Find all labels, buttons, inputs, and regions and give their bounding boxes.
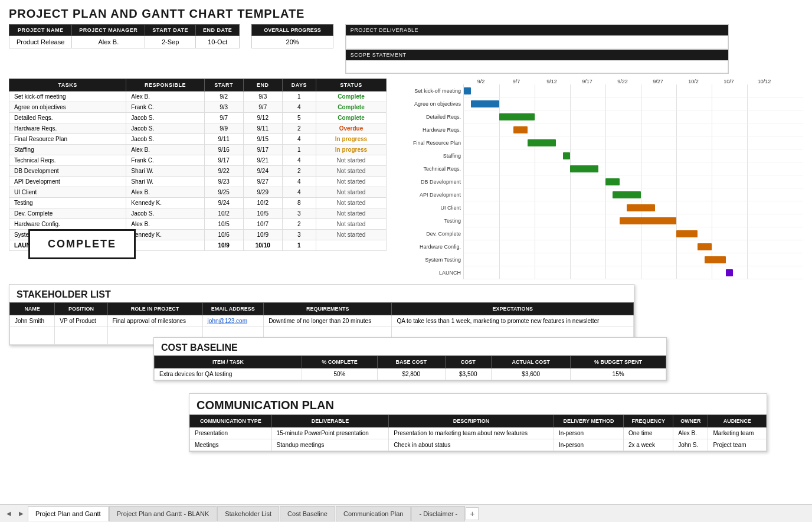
- task-responsible: Shari W.: [126, 166, 204, 177]
- tab-disclaimer[interactable]: - Disclaimer -: [411, 506, 465, 521]
- add-tab-button[interactable]: +: [466, 507, 479, 520]
- task-days: 3: [282, 208, 316, 219]
- gantt-bar: [705, 256, 726, 263]
- title-bar: PROJECT PLAN AND GANTT CHART TEMPLATE: [0, 0, 812, 24]
- cp-col-description: DESCRIPTION: [389, 415, 554, 428]
- task-name: Testing: [9, 198, 126, 208]
- task-days: 4: [282, 102, 316, 113]
- task-status: Not started: [316, 155, 386, 166]
- col-days: DAYS: [282, 79, 316, 92]
- gantt-date-0: 9/2: [463, 79, 499, 84]
- task-status: In progress: [316, 145, 386, 155]
- gantt-bar: [513, 126, 528, 133]
- gantt-bar: [627, 204, 655, 211]
- gantt-bar-row: [464, 123, 803, 136]
- scope-header: SCOPE STATEMENT: [346, 50, 728, 60]
- sh-email[interactable]: john@123.com: [202, 315, 264, 327]
- task-status: Not started: [316, 198, 386, 208]
- tab-right-arrow[interactable]: ▶: [15, 508, 27, 520]
- overall-progress-header: OVERALL PROGRESS: [252, 25, 333, 36]
- col-start: START: [204, 79, 243, 92]
- task-start: 9/23: [204, 177, 243, 187]
- tab-left-arrow[interactable]: ◀: [3, 508, 15, 520]
- task-responsible: Frank C.: [126, 155, 204, 166]
- overall-progress-value: 20%: [252, 36, 333, 48]
- gantt-date-7: 10/7: [711, 79, 746, 84]
- task-row: API Development Shari W. 9/23 9/27 4 Not…: [9, 177, 387, 187]
- task-responsible: Jacob S.: [126, 208, 204, 219]
- gantt-bar: [570, 165, 598, 172]
- sh-position: VP of Product: [55, 315, 107, 327]
- cb-actual: $3,600: [492, 368, 571, 380]
- cb-item: Extra devices for QA testing: [155, 368, 302, 380]
- gantt-bar: [464, 87, 471, 94]
- task-days: 8: [282, 198, 316, 208]
- tab-stakeholder-list[interactable]: Stakeholder List: [217, 506, 279, 521]
- task-row: Dev. Complete Jacob S. 10/2 10/5 3 Not s…: [9, 208, 387, 219]
- task-start: 10/2: [204, 208, 243, 219]
- gantt-date-6: 10/2: [676, 79, 711, 84]
- task-start: 10/5: [204, 219, 243, 230]
- task-end: 10/5: [243, 208, 282, 219]
- tab-project-plan-gantt[interactable]: Project Plan and Gantt: [28, 506, 109, 521]
- tab-communication-plan[interactable]: Communication Plan: [336, 506, 411, 521]
- gantt-bar: [698, 243, 712, 250]
- gantt-date-headers: 9/2 9/7 9/12 9/17 9/22 9/27 10/2 10/7 10…: [463, 79, 803, 84]
- cp-col-deliverable: DELIVERABLE: [271, 415, 389, 428]
- cp-col-owner: OWNER: [673, 415, 708, 428]
- gantt-bar-row: [464, 175, 803, 188]
- comm-plan-title: COMMUNICATION PLAN: [189, 394, 767, 415]
- gantt-label-row: Hardware Reqs.: [392, 123, 463, 136]
- task-start: 9/2: [204, 92, 243, 102]
- task-row: Set kick-off meeting Alex B. 9/2 9/3 1 C…: [9, 92, 387, 102]
- task-status: Not started: [316, 208, 386, 219]
- cp-owner-1: John S.: [673, 439, 708, 451]
- gantt-section: 9/2 9/7 9/12 9/17 9/22 9/27 10/2 10/7 10…: [392, 79, 803, 279]
- cp-type-0: Presentation: [190, 428, 272, 439]
- cb-col-base: BASE COST: [377, 356, 445, 368]
- cost-baseline-table: ITEM / TASK % COMPLETE BASE COST COST AC…: [154, 355, 666, 380]
- gantt-bar: [563, 152, 570, 159]
- task-responsible: Jacob S.: [126, 123, 204, 134]
- task-days: 4: [282, 155, 316, 166]
- tab-bar: ◀ ▶ Project Plan and Gantt Project Plan …: [0, 504, 812, 522]
- tab-project-plan-gantt-blank[interactable]: Project Plan and Gantt - BLANK: [109, 506, 217, 521]
- task-start: 9/17: [204, 155, 243, 166]
- task-responsible: Frank C.: [126, 102, 204, 113]
- gantt-label-row: UI Client: [392, 201, 463, 214]
- col-status: STATUS: [316, 79, 386, 92]
- gantt-bar-row: [464, 110, 803, 123]
- cp-col-method: DELIVERY METHOD: [554, 415, 623, 428]
- task-status: Not started: [316, 230, 386, 240]
- comm-row-1: Meetings Standup meetings Check in about…: [190, 439, 767, 451]
- task-days: 4: [282, 187, 316, 198]
- cb-col-actual: ACTUAL COST: [492, 356, 571, 368]
- gantt-label-row: Detailed Reqs.: [392, 110, 463, 123]
- gantt-label-row: Staffing: [392, 149, 463, 162]
- complete-button[interactable]: COMPLETE: [28, 229, 136, 259]
- gantt-date-4: 9/22: [605, 79, 640, 84]
- task-days: 5: [282, 113, 316, 123]
- task-row: Hardware Reqs. Jacob S. 9/9 9/11 2 Overd…: [9, 123, 387, 134]
- gantt-label-row: DB Development: [392, 175, 463, 188]
- task-days: 1: [282, 92, 316, 102]
- deliverable-section: PROJECT DELIVERABLE SCOPE STATEMENT: [345, 24, 729, 74]
- gantt-date-2: 9/12: [534, 79, 569, 84]
- gantt-bar-row: [464, 266, 803, 279]
- task-end: 10/9: [243, 230, 282, 240]
- comm-row-0: Presentation 15-minute PowerPoint presen…: [190, 428, 767, 439]
- task-name: Staffing: [9, 145, 126, 155]
- task-name: Hardware Config.: [9, 219, 126, 230]
- sh-name: John Smith: [10, 315, 55, 327]
- cost-row: Extra devices for QA testing 50% $2,800 …: [155, 368, 666, 380]
- sh-expectations: QA to take less than 1 week, marketing t…: [392, 315, 634, 327]
- project-name-value: Product Release: [9, 36, 72, 48]
- task-days: 1: [282, 240, 316, 251]
- task-name: DB Development: [9, 166, 126, 177]
- tab-cost-baseline[interactable]: Cost Baseline: [280, 506, 335, 521]
- task-row: Staffing Alex B. 9/16 9/17 1 In progress: [9, 145, 387, 155]
- cb-col-pct: % COMPLETE: [302, 356, 378, 368]
- gantt-bar-row: [464, 149, 803, 162]
- gantt-bar-row: [464, 84, 803, 97]
- end-date-value: 10-Oct: [196, 36, 240, 48]
